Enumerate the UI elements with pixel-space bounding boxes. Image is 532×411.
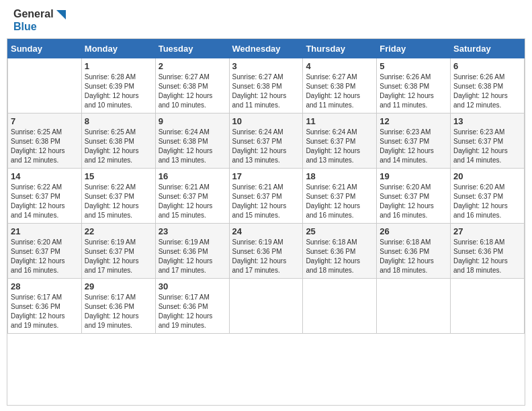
day-info: Sunrise: 6:18 AM Sunset: 6:36 PM Dayligh… (306, 238, 373, 275)
day-info: Sunrise: 6:22 AM Sunset: 6:37 PM Dayligh… (11, 183, 79, 220)
calendar-cell: 23Sunrise: 6:19 AM Sunset: 6:36 PM Dayli… (155, 224, 229, 279)
day-info: Sunrise: 6:20 AM Sunset: 6:37 PM Dayligh… (11, 238, 79, 275)
week-row-4: 21Sunrise: 6:20 AM Sunset: 6:37 PM Dayli… (8, 224, 525, 279)
calendar-cell: 15Sunrise: 6:22 AM Sunset: 6:37 PM Dayli… (81, 169, 155, 224)
calendar-cell: 19Sunrise: 6:20 AM Sunset: 6:37 PM Dayli… (377, 169, 451, 224)
day-info: Sunrise: 6:19 AM Sunset: 6:36 PM Dayligh… (159, 238, 226, 275)
day-number: 19 (380, 171, 447, 181)
day-info: Sunrise: 6:24 AM Sunset: 6:38 PM Dayligh… (159, 128, 226, 165)
calendar-cell: 1Sunrise: 6:28 AM Sunset: 6:39 PM Daylig… (81, 58, 155, 113)
day-info: Sunrise: 6:26 AM Sunset: 6:38 PM Dayligh… (380, 73, 447, 110)
calendar-cell: 8Sunrise: 6:25 AM Sunset: 6:38 PM Daylig… (81, 113, 155, 169)
calendar-cell: 18Sunrise: 6:21 AM Sunset: 6:37 PM Dayli… (303, 169, 377, 224)
calendar-cell: 10Sunrise: 6:24 AM Sunset: 6:37 PM Dayli… (229, 113, 303, 169)
weekday-header-row: SundayMondayTuesdayWednesdayThursdayFrid… (8, 40, 525, 58)
weekday-tuesday: Tuesday (155, 40, 229, 58)
calendar-cell: 11Sunrise: 6:24 AM Sunset: 6:37 PM Dayli… (303, 113, 377, 169)
calendar-cell: 3Sunrise: 6:27 AM Sunset: 6:38 PM Daylig… (229, 58, 303, 113)
weekday-friday: Friday (377, 40, 451, 58)
day-info: Sunrise: 6:18 AM Sunset: 6:36 PM Dayligh… (453, 238, 521, 275)
day-number: 17 (232, 171, 300, 181)
day-number: 1 (85, 61, 152, 71)
calendar-cell (8, 58, 82, 113)
day-number: 10 (232, 116, 300, 126)
day-number: 8 (85, 116, 152, 126)
day-info: Sunrise: 6:21 AM Sunset: 6:37 PM Dayligh… (159, 183, 226, 220)
day-number: 18 (306, 171, 373, 181)
day-info: Sunrise: 6:23 AM Sunset: 6:37 PM Dayligh… (453, 128, 521, 165)
day-number: 20 (453, 171, 521, 181)
calendar-cell (303, 279, 377, 334)
calendar-cell: 17Sunrise: 6:21 AM Sunset: 6:37 PM Dayli… (229, 169, 303, 224)
day-number: 7 (11, 116, 79, 126)
weekday-sunday: Sunday (8, 40, 82, 58)
day-number: 4 (306, 61, 373, 71)
day-number: 11 (306, 116, 373, 126)
day-number: 14 (11, 171, 79, 181)
day-number: 25 (306, 226, 373, 236)
day-number: 30 (159, 281, 226, 291)
day-info: Sunrise: 6:24 AM Sunset: 6:37 PM Dayligh… (232, 128, 300, 165)
day-number: 13 (453, 116, 521, 126)
day-info: Sunrise: 6:21 AM Sunset: 6:37 PM Dayligh… (232, 183, 300, 220)
day-number: 6 (453, 61, 521, 71)
day-info: Sunrise: 6:17 AM Sunset: 6:36 PM Dayligh… (11, 293, 79, 330)
weekday-wednesday: Wednesday (229, 40, 303, 58)
day-info: Sunrise: 6:23 AM Sunset: 6:37 PM Dayligh… (380, 128, 447, 165)
calendar-cell: 27Sunrise: 6:18 AM Sunset: 6:36 PM Dayli… (451, 224, 525, 279)
calendar-cell: 14Sunrise: 6:22 AM Sunset: 6:37 PM Dayli… (8, 169, 82, 224)
calendar-cell: 25Sunrise: 6:18 AM Sunset: 6:36 PM Dayli… (303, 224, 377, 279)
day-number: 5 (380, 61, 447, 71)
day-number: 3 (232, 61, 300, 71)
calendar: SundayMondayTuesdayWednesdayThursdayFrid… (7, 38, 525, 406)
day-info: Sunrise: 6:27 AM Sunset: 6:38 PM Dayligh… (306, 73, 373, 110)
day-number: 22 (85, 226, 152, 236)
week-row-3: 14Sunrise: 6:22 AM Sunset: 6:37 PM Dayli… (8, 169, 525, 224)
svg-marker-0 (56, 10, 66, 19)
calendar-cell: 6Sunrise: 6:26 AM Sunset: 6:38 PM Daylig… (451, 58, 525, 113)
day-info: Sunrise: 6:28 AM Sunset: 6:39 PM Dayligh… (85, 73, 152, 110)
calendar-cell: 5Sunrise: 6:26 AM Sunset: 6:38 PM Daylig… (377, 58, 451, 113)
day-number: 27 (453, 226, 521, 236)
day-info: Sunrise: 6:20 AM Sunset: 6:37 PM Dayligh… (380, 183, 447, 220)
week-row-1: 1Sunrise: 6:28 AM Sunset: 6:39 PM Daylig… (8, 58, 525, 113)
weekday-saturday: Saturday (451, 40, 525, 58)
calendar-cell: 12Sunrise: 6:23 AM Sunset: 6:37 PM Dayli… (377, 113, 451, 169)
day-info: Sunrise: 6:25 AM Sunset: 6:38 PM Dayligh… (85, 128, 152, 165)
calendar-cell: 13Sunrise: 6:23 AM Sunset: 6:37 PM Dayli… (451, 113, 525, 169)
logo: GeneralBlue (13, 8, 67, 33)
calendar-cell (229, 279, 303, 334)
day-number: 21 (11, 226, 79, 236)
calendar-cell: 21Sunrise: 6:20 AM Sunset: 6:37 PM Dayli… (8, 224, 82, 279)
page-header: GeneralBlue (0, 0, 532, 38)
day-number: 29 (85, 281, 152, 291)
calendar-cell: 28Sunrise: 6:17 AM Sunset: 6:36 PM Dayli… (8, 279, 82, 334)
weekday-thursday: Thursday (303, 40, 377, 58)
calendar-cell: 7Sunrise: 6:25 AM Sunset: 6:38 PM Daylig… (8, 113, 82, 169)
calendar-cell: 26Sunrise: 6:18 AM Sunset: 6:36 PM Dayli… (377, 224, 451, 279)
day-info: Sunrise: 6:21 AM Sunset: 6:37 PM Dayligh… (306, 183, 373, 220)
day-info: Sunrise: 6:27 AM Sunset: 6:38 PM Dayligh… (232, 73, 300, 110)
calendar-cell: 16Sunrise: 6:21 AM Sunset: 6:37 PM Dayli… (155, 169, 229, 224)
calendar-cell: 29Sunrise: 6:17 AM Sunset: 6:36 PM Dayli… (81, 279, 155, 334)
day-info: Sunrise: 6:17 AM Sunset: 6:36 PM Dayligh… (159, 293, 226, 330)
day-number: 28 (11, 281, 79, 291)
weekday-monday: Monday (81, 40, 155, 58)
day-info: Sunrise: 6:20 AM Sunset: 6:37 PM Dayligh… (453, 183, 521, 220)
calendar-cell (451, 279, 525, 334)
day-number: 12 (380, 116, 447, 126)
week-row-5: 28Sunrise: 6:17 AM Sunset: 6:36 PM Dayli… (8, 279, 525, 334)
calendar-cell: 30Sunrise: 6:17 AM Sunset: 6:36 PM Dayli… (155, 279, 229, 334)
day-info: Sunrise: 6:17 AM Sunset: 6:36 PM Dayligh… (85, 293, 152, 330)
day-number: 26 (380, 226, 447, 236)
day-info: Sunrise: 6:19 AM Sunset: 6:36 PM Dayligh… (232, 238, 300, 275)
day-info: Sunrise: 6:22 AM Sunset: 6:37 PM Dayligh… (85, 183, 152, 220)
calendar-cell (377, 279, 451, 334)
day-number: 15 (85, 171, 152, 181)
day-info: Sunrise: 6:27 AM Sunset: 6:38 PM Dayligh… (159, 73, 226, 110)
calendar-cell: 24Sunrise: 6:19 AM Sunset: 6:36 PM Dayli… (229, 224, 303, 279)
week-row-2: 7Sunrise: 6:25 AM Sunset: 6:38 PM Daylig… (8, 113, 525, 169)
day-info: Sunrise: 6:18 AM Sunset: 6:36 PM Dayligh… (380, 238, 447, 275)
day-number: 2 (159, 61, 226, 71)
day-info: Sunrise: 6:25 AM Sunset: 6:38 PM Dayligh… (11, 128, 79, 165)
